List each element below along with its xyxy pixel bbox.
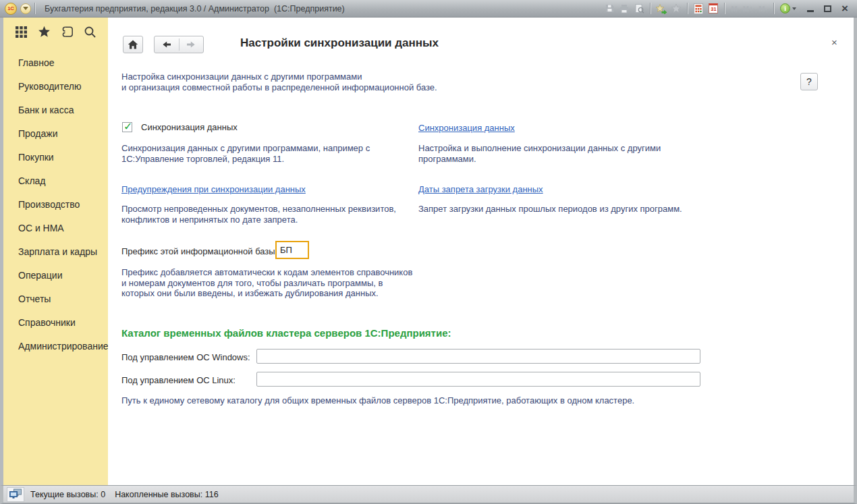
1c-logo-icon: 1С (5, 3, 17, 15)
history-panel-button[interactable] (60, 24, 75, 39)
sync-settings-page: Настройки синхронизации данных × Настрой… (108, 18, 854, 485)
calendar-button[interactable]: 31 (706, 2, 721, 16)
sidebar-item[interactable]: Зарплата и кадры (3, 240, 108, 264)
chevron-down-icon (23, 7, 28, 10)
memory-m-plus-button[interactable]: M+ (740, 5, 756, 13)
sidebar-item[interactable]: Продажи (3, 122, 108, 146)
print-button[interactable] (617, 2, 632, 16)
calculator-icon (693, 3, 704, 14)
forward-button[interactable] (179, 38, 204, 51)
accumulated-calls-value: 116 (205, 490, 219, 499)
current-calls-label: Текущие вызовы: (30, 490, 99, 499)
search-icon (84, 26, 96, 38)
sidebar-item[interactable]: Главное (3, 51, 108, 75)
sync-warnings-description: Просмотр непроведенных документов, незап… (121, 204, 396, 225)
arrow-right-icon (185, 38, 197, 51)
home-button[interactable] (123, 36, 143, 53)
checkmark-icon: ✓ (123, 120, 132, 133)
divider (687, 3, 688, 14)
current-calls: Текущие вызовы: 0 (30, 490, 105, 499)
page-title: Настройки синхронизации данных (240, 36, 439, 50)
window-close-button[interactable]: × (841, 3, 848, 14)
page-description: Настройка синхронизации данных с другими… (121, 72, 437, 92)
sidebar: ГлавноеРуководителюБанк и кассаПродажиПо… (3, 18, 108, 485)
sidebar-item[interactable]: Справочники (3, 311, 108, 335)
sync-warnings-link[interactable]: Предупреждения при синхронизации данных (121, 184, 306, 194)
print-preview-button[interactable] (632, 2, 646, 16)
sections-menu-button[interactable] (13, 24, 28, 39)
monitors-icon (9, 488, 22, 500)
prefix-description: Префикс добавляется автоматически к кода… (121, 267, 412, 299)
maximize-button[interactable] (824, 5, 831, 12)
save-button[interactable] (602, 2, 617, 16)
home-icon (127, 38, 139, 51)
page-close-button[interactable]: × (831, 36, 837, 48)
search-panel-button[interactable] (83, 24, 98, 39)
window-title: Бухгалтерия предприятия, редакция 3.0 / … (45, 4, 345, 13)
divider (650, 3, 651, 14)
sync-data-link[interactable]: Синхронизация данных (418, 123, 515, 133)
temp-files-note: Путь к единому сетевому каталогу для общ… (121, 395, 634, 406)
sidebar-menu: ГлавноеРуководителюБанк и кассаПродажиПо… (3, 51, 108, 358)
arrow-left-icon (161, 38, 173, 51)
memory-m-minus-button[interactable]: M- (756, 5, 770, 13)
prefix-label: Префикс этой информационной базы: (121, 246, 277, 256)
divider (773, 3, 774, 14)
printer-icon (619, 3, 630, 14)
minimize-button[interactable] (807, 10, 814, 12)
ban-dates-link[interactable]: Даты запрета загрузки данных (418, 184, 543, 194)
history-nav-group (154, 36, 204, 53)
linux-path-input[interactable] (256, 372, 700, 387)
sidebar-item[interactable]: Склад (3, 169, 108, 193)
sync-checkbox-description: Синхронизация данных с другими программа… (121, 143, 370, 164)
ban-dates-description: Запрет загрузки данных прошлых периодов … (418, 204, 682, 215)
temp-files-section-header: Каталог временных файлов кластера сервер… (121, 327, 451, 339)
info-icon: i (780, 3, 790, 13)
star-icon (671, 3, 682, 13)
prefix-input[interactable] (275, 241, 309, 259)
calendar-icon: 31 (709, 3, 718, 13)
windows-path-label: Под управлением ОС Windows: (121, 352, 250, 362)
grid-icon (15, 26, 28, 38)
logo-text: 1С (7, 5, 14, 11)
sidebar-item[interactable]: Администрирование (3, 335, 108, 358)
preview-icon (634, 3, 644, 14)
star-icon (38, 26, 51, 38)
help-button[interactable]: ? (800, 73, 818, 90)
calendar-day: 31 (711, 7, 716, 12)
main-menu-button[interactable] (20, 3, 31, 14)
calculator-button[interactable] (691, 2, 706, 16)
star-add-icon (655, 3, 667, 14)
divider (724, 3, 725, 14)
sync-checkbox-label[interactable]: Синхронизация данных (141, 122, 238, 132)
favorites-button[interactable] (669, 2, 684, 16)
sync-data-checkbox[interactable]: ✓ (122, 122, 132, 132)
title-bar: 1С Бухгалтерия предприятия, редакция 3.0… (0, 0, 857, 18)
add-to-favorites-button[interactable] (654, 2, 669, 16)
status-bar: Текущие вызовы: 0 Накопленные вызовы: 11… (0, 485, 857, 504)
sidebar-item[interactable]: ОС и НМА (3, 217, 108, 240)
sync-checkbox-row: ✓ Синхронизация данных (122, 122, 238, 132)
sidebar-item[interactable]: Операции (3, 264, 108, 287)
windows-path-input[interactable] (256, 349, 700, 364)
floppy-icon (605, 3, 615, 13)
chevron-down-icon (792, 7, 796, 10)
accumulated-calls-label: Накопленные вызовы: (115, 490, 202, 499)
divider (34, 3, 35, 14)
sidebar-item[interactable]: Производство (3, 193, 108, 217)
sidebar-item[interactable]: Банк и касса (3, 99, 108, 122)
sidebar-item[interactable]: Отчеты (3, 287, 108, 311)
window-body: ГлавноеРуководителюБанк и кассаПродажиПо… (0, 18, 857, 485)
sidebar-item[interactable]: Руководителю (3, 75, 108, 99)
history-scroll-icon (61, 25, 74, 38)
current-calls-value: 0 (101, 490, 105, 499)
sync-data-link-description: Настройка и выполнение синхронизации дан… (418, 143, 661, 164)
app-window: 1С Бухгалтерия предприятия, редакция 3.0… (0, 0, 857, 504)
memory-m-button[interactable]: M (728, 5, 740, 13)
linux-path-label: Под управлением ОС Linux: (121, 375, 236, 385)
favorites-panel-button[interactable] (36, 24, 51, 39)
sidebar-toolbar (3, 18, 108, 46)
back-button[interactable] (155, 38, 179, 51)
sidebar-item[interactable]: Покупки (3, 146, 108, 169)
info-menu-button[interactable]: i (777, 2, 799, 16)
